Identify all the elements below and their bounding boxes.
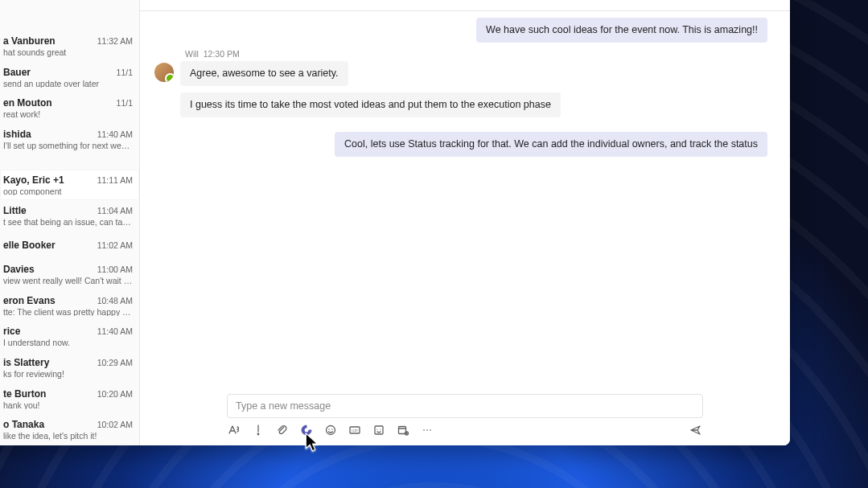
attach-icon[interactable]	[275, 423, 290, 437]
emoji-icon[interactable]	[323, 423, 338, 437]
svg-text:GIF: GIF	[352, 429, 358, 433]
chat-list: a Vanburen11:32 AMhat sounds greatBauer1…	[0, 0, 140, 445]
svg-point-8	[380, 429, 381, 429]
chat-item-preview: hat sounds great	[3, 47, 133, 57]
format-icon[interactable]	[227, 423, 241, 437]
avatar[interactable]	[154, 63, 174, 82]
svg-point-13	[430, 429, 431, 431]
svg-rect-6	[375, 426, 383, 434]
chat-item-preview: tte: The client was pretty happy with…	[3, 307, 133, 317]
svg-point-1	[327, 426, 335, 435]
sticker-icon[interactable]	[372, 423, 386, 437]
chat-list-item[interactable]: elle Booker11:02 AM	[0, 232, 139, 259]
message-bubble: We have such cool ideas for the event no…	[476, 18, 767, 43]
chat-item-preview: I understand now.	[3, 338, 133, 347]
message-bubble: Cool, lets use Status tracking for that.…	[335, 132, 767, 157]
chat-item-time: 10:02 AM	[97, 420, 133, 429]
chat-list-item[interactable]: eron Evans10:48 AMtte: The client was pr…	[0, 290, 139, 322]
messages-area: We have such cool ideas for the event no…	[140, 11, 790, 394]
chat-item-name: rice	[3, 326, 94, 337]
chat-item-name: en Mouton	[3, 97, 113, 109]
chat-item-name: eron Evans	[3, 295, 94, 306]
priority-icon[interactable]	[251, 423, 265, 437]
chat-item-name: o Tanaka	[3, 419, 94, 430]
svg-point-7	[376, 429, 377, 429]
send-icon[interactable]	[689, 423, 703, 437]
chat-item-name: Little	[3, 205, 94, 216]
chat-list-item[interactable]: en Mouton11/1reat work!	[0, 92, 139, 124]
message-bubble[interactable]: Agree, awesome to see a variety.	[180, 61, 348, 86]
loop-icon[interactable]	[299, 423, 314, 437]
chat-list-item[interactable]: a Vanburen11:32 AMhat sounds great	[0, 31, 139, 62]
message-incoming-group: Agree, awesome to see a variety.	[146, 61, 767, 86]
chat-item-name: Kayo, Eric +1	[3, 174, 94, 186]
chat-list-item[interactable]: Davies11:00 AMview went really well! Can…	[0, 259, 139, 290]
svg-point-12	[426, 429, 428, 431]
sender-timestamp: Will 12:30 PM	[185, 49, 767, 59]
message-input-box[interactable]	[227, 394, 703, 418]
svg-point-3	[331, 429, 332, 429]
chat-list-item[interactable]: rice11:40 AMI understand now.	[0, 321, 139, 352]
more-icon[interactable]	[420, 423, 434, 437]
chat-item-time: 11/1	[117, 68, 133, 77]
schedule-icon[interactable]	[396, 423, 410, 437]
conversation-header-divider	[140, 0, 790, 11]
chat-item-preview: reat work!	[3, 109, 133, 119]
chat-list-item[interactable]: o Tanaka10:02 AMlike the idea, let's pit…	[0, 414, 139, 445]
sender-name: Will	[185, 49, 199, 59]
chat-list-item[interactable]: te Burton10:20 AMhank you!	[0, 383, 139, 415]
sender-time: 12:30 PM	[204, 49, 240, 59]
chat-item-preview: t see that being an issue, can take t…	[3, 217, 133, 227]
gif-icon[interactable]: GIF	[348, 423, 362, 437]
chat-item-name: a Vanburen	[3, 35, 94, 47]
chat-item-time: 11:32 AM	[97, 36, 133, 46]
chat-item-time: 11:40 AM	[97, 326, 133, 336]
teams-window: a Vanburen11:32 AMhat sounds greatBauer1…	[0, 0, 790, 445]
message-incoming[interactable]: I guess its time to take the most voted …	[146, 92, 767, 117]
chat-item-time: 10:48 AM	[97, 296, 133, 306]
chat-item-time: 11/1	[117, 98, 133, 108]
chat-item-preview: like the idea, let's pitch it!	[3, 431, 133, 441]
chat-list-item[interactable]: Bauer11/1send an update over later	[0, 62, 139, 93]
conversation-pane: We have such cool ideas for the event no…	[140, 0, 790, 445]
chat-item-time: 11:04 AM	[97, 206, 133, 215]
chat-item-name: ishida	[3, 129, 94, 140]
chat-item-preview: oop component	[3, 187, 133, 196]
chat-item-time: 10:29 AM	[97, 358, 133, 367]
chat-item-preview: hank you!	[3, 400, 133, 410]
chat-item-name: Bauer	[3, 67, 113, 78]
chat-list-item[interactable]: Little11:04 AMt see that being an issue,…	[0, 200, 139, 232]
chat-item-time: 11:00 AM	[97, 265, 133, 274]
chat-item-name: Davies	[3, 264, 94, 275]
chat-item-preview: I'll set up something for next week to…	[3, 141, 133, 150]
chat-item-name: te Burton	[3, 388, 94, 400]
message-input[interactable]	[236, 400, 694, 412]
chat-list-item[interactable]: Kayo, Eric +111:11 AMoop component	[0, 170, 139, 201]
chat-list-item[interactable]: ishida11:40 AMI'll set up something for …	[0, 124, 139, 155]
chat-item-preview: send an update over later	[3, 79, 133, 88]
chat-item-name: is Slattery	[3, 357, 94, 368]
chat-item-name: elle Booker	[3, 240, 94, 251]
message-bubble: I guess its time to take the most voted …	[180, 92, 561, 117]
svg-point-2	[328, 429, 329, 429]
chat-item-preview: view went really well! Can't wait to…	[3, 276, 133, 285]
chat-item-preview: ks for reviewing!	[3, 369, 133, 379]
svg-point-11	[423, 429, 425, 431]
composer-toolbar: GIF	[227, 423, 703, 437]
chat-list-item[interactable]: is Slattery10:29 AMks for reviewing!	[0, 352, 139, 383]
chat-item-time: 10:20 AM	[97, 389, 133, 399]
message-outgoing[interactable]: Cool, lets use Status tracking for that.…	[146, 132, 767, 157]
chat-item-time: 11:40 AM	[97, 129, 133, 139]
chat-item-time: 11:11 AM	[97, 175, 133, 185]
message-outgoing[interactable]: We have such cool ideas for the event no…	[146, 18, 767, 43]
svg-point-0	[257, 433, 259, 435]
chat-item-time: 11:02 AM	[97, 240, 133, 250]
composer-area: GIF	[140, 394, 790, 445]
